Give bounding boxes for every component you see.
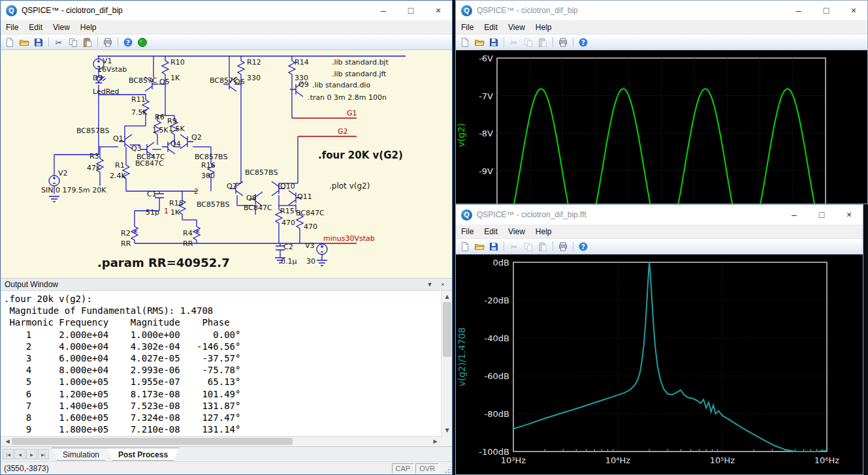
svg-text:?: ?: [581, 38, 585, 46]
menu-view[interactable]: View: [48, 21, 75, 34]
tab-post-process[interactable]: Post Process: [107, 448, 179, 461]
maximize-button[interactable]: □: [812, 1, 840, 20]
tab-nav-prev-button[interactable]: ◀: [14, 449, 25, 459]
schematic-label: minus30Vstab: [323, 234, 375, 243]
output-horizontal-scrollbar[interactable]: ◀ ▶: [1, 436, 442, 446]
menu-file[interactable]: File: [456, 225, 479, 238]
schematic-canvas[interactable]: V116VstabD3LedRedR101KBC857CQ5R12330BC85…: [1, 50, 452, 278]
schematic-label: D3: [93, 74, 103, 82]
menu-view[interactable]: View: [503, 225, 530, 238]
schematic-label: .param RR=40952.7: [97, 256, 230, 269]
help-icon[interactable]: ?: [577, 36, 590, 49]
print-icon[interactable]: [101, 36, 114, 49]
tab-nav-last-button[interactable]: ▶|: [38, 449, 49, 459]
menu-edit[interactable]: Edit: [479, 21, 503, 34]
tab-simulation[interactable]: Simulation: [52, 448, 110, 461]
schematic-label: .plot v(g2): [329, 181, 370, 191]
x-axis-tick-label: 10⁵Hz: [710, 455, 735, 465]
scroll-right-icon[interactable]: ▶: [430, 438, 441, 444]
output-text[interactable]: .four 20k v(g2): Magnitude of Fundamenta…: [4, 293, 240, 435]
schematic-label: 1: [164, 207, 169, 215]
menu-help[interactable]: Help: [75, 21, 102, 34]
fft-plot[interactable]: 0dB-20dB-40dB-60dB-80dB-100dB10³Hz10⁴Hz1…: [456, 254, 863, 474]
output-panel-header[interactable]: Output Window ▼×: [1, 278, 452, 291]
menu-help[interactable]: Help: [530, 225, 557, 238]
cursor-coordinates: (3550,-3873): [4, 464, 49, 473]
titlebar[interactable]: Q QSPICE™ - ciclotron_dif_bip.fft –□×: [456, 205, 863, 224]
menu-file[interactable]: File: [456, 21, 479, 34]
minimize-button[interactable]: –: [780, 205, 808, 224]
schematic-label: 330: [247, 74, 261, 82]
run-icon[interactable]: [136, 36, 149, 49]
toolbar: ✂?: [1, 35, 452, 50]
y-axis-tick-label: -40dB: [485, 333, 509, 343]
x-axis-tick-label: 10³Hz: [501, 455, 526, 465]
open-folder-icon[interactable]: [18, 36, 31, 49]
tab-nav-first-button[interactable]: |◀: [3, 449, 14, 459]
schematic-label: G2: [338, 127, 348, 136]
titlebar[interactable]: Q QSPICE™ - ciclotron_dif_bip –□×: [456, 1, 867, 20]
window-title: QSPICE™ - ciclotron_dif_bip: [22, 6, 123, 15]
resize-grip[interactable]: [442, 466, 451, 475]
schematic-label: *: [133, 227, 138, 239]
horizontal-scrollbar-thumb[interactable]: [12, 438, 293, 445]
paste-icon[interactable]: [81, 36, 94, 49]
schematic-label: Q6: [234, 78, 245, 86]
menu-help[interactable]: Help: [530, 21, 557, 34]
schematic-label: BC857BS: [76, 127, 109, 135]
new-file-icon[interactable]: [3, 36, 16, 49]
help-icon[interactable]: ?: [577, 240, 590, 253]
menu-file[interactable]: File: [1, 21, 24, 34]
output-panel-title: Output Window: [5, 280, 58, 289]
scrollbar-corner: [442, 436, 452, 446]
copy-icon[interactable]: [67, 36, 80, 49]
open-folder-icon[interactable]: [473, 240, 486, 253]
save-icon[interactable]: [32, 36, 45, 49]
output-vertical-scrollbar[interactable]: ▲ ▼: [441, 291, 452, 436]
new-file-icon[interactable]: [458, 36, 472, 49]
schematic-label: Q5: [159, 78, 170, 86]
schematic-net-wires: [292, 118, 357, 243]
window-title: QSPICE™ - ciclotron_dif_bip: [477, 6, 578, 15]
copy-icon: [522, 240, 535, 253]
minimize-button[interactable]: –: [785, 1, 812, 20]
save-icon[interactable]: [487, 36, 500, 49]
print-icon[interactable]: [556, 240, 570, 253]
output-panel-body: .four 20k v(g2): Magnitude of Fundamenta…: [1, 291, 452, 436]
vertical-scrollbar-thumb[interactable]: [443, 302, 451, 357]
tab-nav-next-button[interactable]: ▶: [26, 449, 37, 459]
close-button[interactable]: ×: [835, 205, 863, 224]
menu-view[interactable]: View: [503, 21, 530, 34]
schematic-label: 47K: [87, 164, 101, 172]
toolbar-separator: [97, 37, 98, 47]
menu-edit[interactable]: Edit: [479, 225, 503, 238]
menu-edit[interactable]: Edit: [24, 21, 48, 34]
schematic-label: R11: [131, 95, 146, 104]
help-icon[interactable]: ?: [121, 36, 135, 49]
schematic-label: 2: [194, 187, 199, 196]
cut-icon[interactable]: ✂: [52, 36, 65, 49]
schematic-label: Q1: [113, 134, 123, 143]
menubar: FileEditViewHelp: [456, 20, 867, 35]
new-file-icon[interactable]: [458, 240, 472, 253]
scroll-down-icon[interactable]: ▼: [442, 427, 453, 433]
scroll-up-icon[interactable]: ▲: [442, 294, 453, 299]
maximize-button[interactable]: □: [397, 1, 425, 20]
schematic-label: R1: [115, 161, 125, 170]
maximize-button[interactable]: □: [808, 205, 835, 224]
schematic-label: 470: [281, 219, 295, 227]
open-folder-icon[interactable]: [473, 36, 486, 49]
close-button[interactable]: ×: [425, 1, 452, 20]
output-close-icon[interactable]: ×: [438, 281, 448, 288]
save-icon[interactable]: [487, 240, 500, 253]
schematic-label: C1: [147, 190, 157, 198]
output-collapse-icon[interactable]: ▼: [425, 281, 435, 288]
close-button[interactable]: ×: [840, 1, 867, 20]
toolbar-separator: [48, 37, 49, 47]
schematic-label: .tran 0 3m 2.8m 100n: [308, 93, 387, 102]
minimize-button[interactable]: –: [370, 1, 397, 20]
schematic-label: 470: [304, 222, 317, 231]
titlebar[interactable]: Q QSPICE™ - ciclotron_dif_bip –□×: [1, 1, 452, 20]
waveform-plot[interactable]: -6V-7V-8V-9Vv(g2): [456, 50, 867, 204]
print-icon[interactable]: [556, 36, 570, 49]
